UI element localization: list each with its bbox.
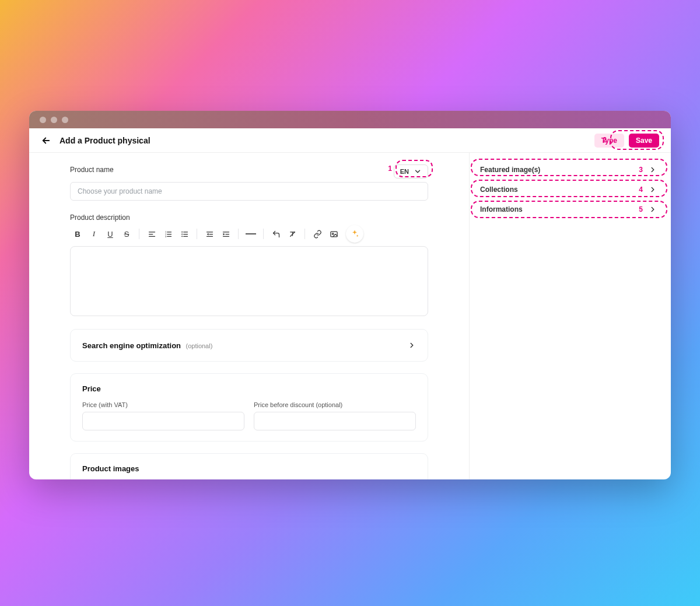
chevron-right-icon [649, 185, 657, 194]
underline-button[interactable]: U [103, 226, 118, 241]
seo-optional: (optional) [186, 342, 212, 349]
type-button[interactable]: Type [594, 134, 624, 148]
toolbar-divider [197, 229, 197, 239]
chevron-right-icon [649, 205, 657, 213]
traffic-light-min[interactable] [51, 117, 57, 123]
indent-left-button[interactable] [202, 226, 217, 241]
window-titlebar [29, 111, 671, 128]
sidebar-item-informations[interactable]: Informations 5 [477, 199, 659, 219]
price-title: Price [82, 384, 416, 393]
toolbar-divider [263, 229, 264, 239]
price-before-label: Price before discount (optional) [254, 401, 416, 408]
product-name-section: Product name EN 1 [70, 164, 428, 201]
ai-assist-button[interactable] [346, 225, 363, 243]
media-button[interactable] [326, 226, 341, 241]
undo-button[interactable] [268, 226, 284, 241]
svg-point-26 [332, 233, 334, 234]
horizontal-rule-button[interactable] [243, 226, 258, 241]
indent-right-button[interactable] [218, 226, 233, 241]
price-vat-label: Price (with VAT) [82, 401, 244, 408]
product-images-title: Product images [82, 464, 416, 473]
annotation-5-number: 5 [639, 205, 643, 213]
page-title: Add a Product physical [60, 136, 150, 145]
seo-toggle[interactable]: Search engine optimization (optional) [82, 340, 416, 351]
app-window: Add a Product physical Type Save 2 Produ… [29, 111, 671, 479]
svg-text:3: 3 [164, 235, 166, 237]
toolbar-divider [238, 229, 239, 239]
language-current: EN [400, 168, 409, 175]
bold-button[interactable]: B [70, 226, 85, 241]
language-selector[interactable]: EN [394, 164, 428, 178]
price-card: Price Price (with VAT) Price before disc… [70, 373, 428, 442]
main-column[interactable]: Product name EN 1 Product description B … [29, 153, 470, 479]
toolbar-divider [304, 229, 305, 239]
hr-icon [246, 233, 256, 234]
chevron-right-icon [408, 341, 416, 349]
product-description-label: Product description [70, 213, 428, 222]
link-button[interactable] [310, 226, 325, 241]
product-name-input[interactable] [70, 182, 428, 201]
strike-button[interactable]: S [119, 226, 134, 241]
chevron-right-icon [649, 166, 657, 174]
svg-marker-21 [223, 233, 225, 235]
seo-title: Search engine optimization [82, 341, 181, 350]
annotation-3-number: 3 [639, 166, 643, 174]
svg-point-15 [181, 236, 183, 237]
seo-card: Search engine optimization (optional) [70, 329, 428, 362]
editor-toolbar: B I U S 123 [70, 225, 428, 243]
app-header: Add a Product physical Type Save 2 [29, 128, 671, 153]
bullet-list-button[interactable] [177, 226, 192, 241]
traffic-light-max[interactable] [62, 117, 68, 123]
save-button[interactable]: Save [629, 134, 659, 148]
back-arrow-icon[interactable] [41, 135, 51, 146]
align-button[interactable] [144, 226, 159, 241]
product-images-card: Product images [70, 453, 428, 479]
product-name-label: Product name [70, 166, 114, 174]
svg-point-14 [181, 233, 183, 234]
sidebar-item-collections[interactable]: Collections 4 [477, 180, 659, 199]
sidebar-item-label: Informations [480, 205, 523, 213]
annotation-4-number: 4 [639, 185, 643, 194]
content-area: Product name EN 1 Product description B … [29, 153, 671, 479]
side-column: Featured image(s) 3 Collections 4 Inform… [470, 153, 671, 479]
description-editor[interactable] [70, 246, 428, 316]
sparkle-icon [350, 229, 359, 239]
price-vat-input[interactable] [82, 412, 244, 430]
italic-button[interactable]: I [86, 226, 102, 241]
sidebar-item-label: Featured image(s) [480, 166, 540, 174]
clear-format-button[interactable] [285, 226, 300, 241]
chevron-down-icon [414, 167, 422, 176]
sidebar-item-featured-images[interactable]: Featured image(s) 3 [477, 160, 659, 180]
traffic-light-close[interactable] [40, 117, 46, 123]
product-description-section: Product description B I U S 123 [70, 213, 428, 316]
toolbar-divider [139, 229, 139, 239]
svg-marker-17 [206, 233, 208, 235]
price-before-input[interactable] [254, 412, 416, 430]
ordered-list-button[interactable]: 123 [160, 226, 176, 241]
svg-point-13 [181, 231, 183, 232]
sidebar-item-label: Collections [480, 185, 518, 194]
